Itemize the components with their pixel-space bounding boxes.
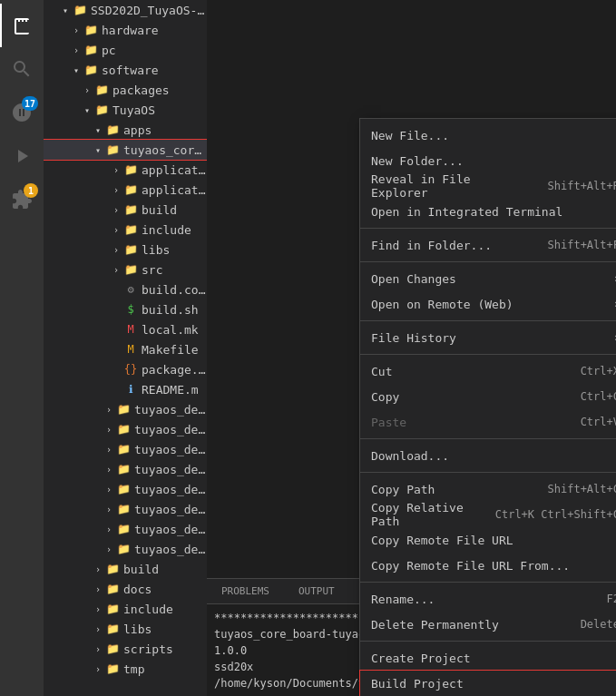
tree-item-apps[interactable]: ▾ 📁 apps: [44, 120, 207, 140]
menu-item-copy-remote-from[interactable]: Copy Remote File URL From...: [360, 553, 616, 578]
tree-item-ssd202d[interactable]: ▾ 📁 SSD202D_TuyaOS-3.10.2: [44, 0, 207, 20]
tab-problems[interactable]: PROBLEMS: [207, 579, 284, 603]
folder-icon: 📁: [83, 23, 98, 37]
chevron-right-icon: ›: [102, 402, 116, 417]
tree-item-hardware[interactable]: › 📁 hardware: [44, 20, 207, 40]
folder-icon: 📁: [123, 262, 138, 277]
menu-item-create-project[interactable]: Create Project: [360, 645, 616, 671]
menu-item-reveal-explorer[interactable]: Reveal in File Explorer Shift+Alt+R: [360, 173, 616, 199]
tree-item-include2[interactable]: › 📁 include: [44, 599, 207, 619]
tree-item-tuyaos-demo5[interactable]: › 📁 tuyaos_demo_: [44, 479, 207, 499]
menu-item-rename[interactable]: Rename... F2: [360, 586, 616, 612]
tree-item-label: package.jso: [142, 363, 207, 377]
tree-item-label: libs: [123, 622, 152, 636]
menu-item-copy-remote-url[interactable]: Copy Remote File URL: [360, 527, 616, 553]
tree-item-label: tuyaos_demo_: [134, 483, 207, 496]
chevron-right-icon: ›: [80, 83, 94, 97]
tree-item-pc[interactable]: › 📁 pc: [44, 40, 207, 60]
folder-icon: 📁: [105, 622, 120, 636]
chevron-right-icon: ›: [109, 222, 123, 237]
menu-item-label: Copy: [371, 390, 562, 404]
menu-item-copy[interactable]: Copy Ctrl+C: [360, 384, 616, 409]
chevron-right-icon: ›: [109, 202, 123, 217]
extensions-badge: 1: [24, 183, 38, 198]
tree-item-build-conf[interactable]: › ⚙ build.conf: [44, 279, 207, 299]
chevron-down-icon: ▾: [91, 123, 105, 137]
menu-item-open-changes[interactable]: Open Changes ›: [360, 266, 616, 291]
tree-item-application2[interactable]: › 📁 application_: [44, 180, 207, 200]
chevron-right-icon: ›: [102, 422, 116, 436]
tree-item-scripts[interactable]: › 📁 scripts: [44, 639, 207, 659]
folder-icon: 📁: [116, 422, 131, 436]
menu-item-new-folder[interactable]: New Folder...: [360, 148, 616, 173]
chevron-right-icon: ›: [109, 242, 123, 257]
menu-item-open-terminal[interactable]: Open in Integrated Terminal: [360, 199, 616, 224]
tree-item-tuyaos-demo2[interactable]: › 📁 tuyaos_demo_: [44, 419, 207, 439]
tree-item-libs2[interactable]: › 📁 libs: [44, 619, 207, 639]
tree-item-software[interactable]: ▾ 📁 software: [44, 60, 207, 80]
tab-output[interactable]: OUTPUT: [284, 579, 349, 603]
tree-item-src[interactable]: › 📁 src: [44, 260, 207, 279]
tree-item-application1[interactable]: › 📁 application_: [44, 160, 207, 180]
tree-item-label: tuyaos_demo_: [134, 503, 207, 516]
menu-item-find-folder[interactable]: Find in Folder... Shift+Alt+F: [360, 232, 616, 258]
chevron-right-icon: ›: [102, 462, 116, 476]
menu-item-label: Copy Remote File URL From...: [371, 559, 616, 573]
tree-item-label: local.mk: [142, 323, 199, 337]
tree-item-makefile[interactable]: › M Makefile: [44, 339, 207, 359]
tree-item-label: tuyaos_demo_: [134, 403, 207, 417]
tree-item-tuyaos-demo7[interactable]: › 📁 tuyaos_demo_: [44, 519, 207, 539]
tree-item-tuyaos[interactable]: ▾ 📁 TuyaOS: [44, 100, 207, 120]
menu-item-copy-path[interactable]: Copy Path Shift+Alt+C: [360, 476, 616, 502]
files-activity-icon[interactable]: [0, 4, 44, 47]
tree-item-local-mk[interactable]: › M local.mk: [44, 319, 207, 339]
tree-item-tuyaos-demo4[interactable]: › 📁 tuyaos_demo_: [44, 459, 207, 479]
tree-item-label: tuyaos_demo_: [134, 423, 207, 436]
menu-item-copy-relative[interactable]: Copy Relative Path Ctrl+K Ctrl+Shift+C: [360, 502, 616, 527]
chevron-down-icon: ▾: [58, 3, 73, 17]
menu-item-open-remote[interactable]: Open on Remote (Web) ›: [360, 291, 616, 317]
chevron-right-icon: ›: [102, 542, 116, 556]
folder-icon: 📁: [116, 542, 131, 556]
folder-open-icon: 📁: [105, 142, 120, 157]
menu-item-build-project[interactable]: Build Project: [360, 671, 616, 696]
tree-item-tuyaos-demo1[interactable]: › 📁 tuyaos_demo_: [44, 399, 207, 419]
menu-item-label: Build Project: [371, 677, 616, 691]
tree-item-label: application_: [142, 163, 207, 177]
tree-item-docs[interactable]: › 📁 docs: [44, 579, 207, 599]
chevron-right-icon: ›: [109, 182, 123, 197]
tree-item-build[interactable]: › 📁 build: [44, 200, 207, 220]
tree-item-label: build: [142, 203, 177, 217]
menu-item-label: Reveal in File Explorer: [371, 172, 530, 200]
menu-item-delete[interactable]: Delete Permanently Delete: [360, 612, 616, 637]
run-activity-icon[interactable]: [0, 134, 44, 178]
tree-item-package-json[interactable]: › {} package.jso: [44, 359, 207, 379]
tree-item-label: libs: [142, 243, 170, 257]
folder-icon: 📁: [105, 562, 120, 576]
tree-item-tuyaos-demo8[interactable]: › 📁 tuyaos_demo_: [44, 539, 207, 559]
tree-item-tuyaos-demo6[interactable]: › 📁 tuyaos_demo_: [44, 499, 207, 519]
menu-item-file-history[interactable]: File History ›: [360, 325, 616, 350]
tree-item-tuyaos-demo3[interactable]: › 📁 tuyaos_demo_: [44, 439, 207, 459]
tree-item-label: README.m: [142, 383, 199, 397]
tree-item-readme[interactable]: › ℹ README.m: [44, 379, 207, 399]
extensions-activity-icon[interactable]: 1: [0, 178, 44, 221]
tree-item-build2[interactable]: › 📁 build: [44, 559, 207, 579]
menu-shortcut: Ctrl+V: [581, 416, 616, 428]
tree-item-packages[interactable]: › 📁 packages: [44, 80, 207, 100]
tree-item-tuyaos-core[interactable]: ▾ 📁 tuyaos_core_: [44, 140, 207, 160]
tree-item-include[interactable]: › 📁 include: [44, 220, 207, 240]
chevron-right-icon: ›: [102, 522, 116, 536]
chevron-right-icon: ›: [102, 502, 116, 516]
source-control-activity-icon[interactable]: 17: [0, 91, 44, 134]
menu-item-download[interactable]: Download...: [360, 443, 616, 468]
menu-item-new-file[interactable]: New File...: [360, 123, 616, 148]
tree-item-build-sh[interactable]: › $ build.sh: [44, 299, 207, 319]
search-activity-icon[interactable]: [0, 47, 44, 91]
menu-item-label: Cut: [371, 365, 562, 378]
tab-label: PROBLEMS: [221, 585, 269, 597]
tree-item-tmp[interactable]: › 📁 tmp: [44, 659, 207, 679]
menu-item-cut[interactable]: Cut Ctrl+X: [360, 358, 616, 384]
tree-item-libs[interactable]: › 📁 libs: [44, 240, 207, 260]
menu-separator: [360, 261, 616, 262]
